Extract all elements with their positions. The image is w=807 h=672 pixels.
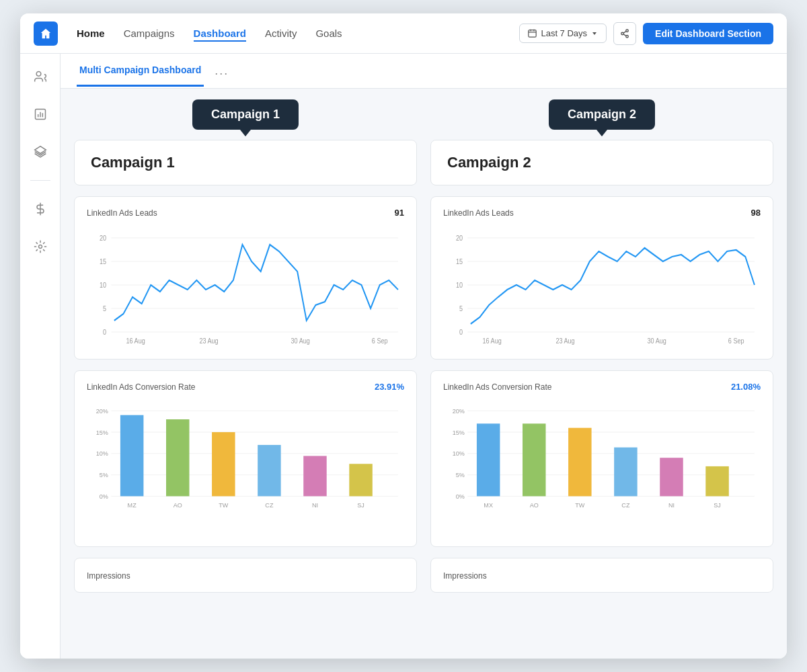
svg-text:5: 5 <box>103 305 106 313</box>
campaign-1-bar-chart-card: LinkedIn Ads Conversion Rate 23.91% <box>74 370 417 547</box>
svg-text:0: 0 <box>103 329 106 337</box>
campaign-1-bar-svg: 20% 15% 10% 5% 0% <box>87 398 404 533</box>
campaign-1-line-chart-card: LinkedIn Ads Leads 91 <box>74 196 417 360</box>
bar-mz <box>120 415 143 497</box>
svg-text:MX: MX <box>484 502 493 509</box>
campaign-2-line-svg: 20 15 10 5 0 16 Aug 23 Aug 30 Aug 6 Sep <box>443 224 761 345</box>
svg-text:16 Aug: 16 Aug <box>483 337 502 345</box>
svg-text:30 Aug: 30 Aug <box>291 337 310 345</box>
campaign-2-line-label: LinkedIn Ads Leads <box>443 208 514 218</box>
campaign-1-impressions-label: Impressions <box>87 571 130 581</box>
campaign-2-header-card: Campaign 2 <box>430 140 773 185</box>
campaign-2-column: Campaign 2 Campaign 2 LinkedIn Ads Leads… <box>430 102 773 593</box>
svg-text:TW: TW <box>219 502 229 509</box>
campaign-1-line-value: 91 <box>395 208 404 218</box>
nav-activity[interactable]: Activity <box>265 25 297 42</box>
campaign-2-bar-value: 21.08% <box>731 382 761 392</box>
svg-text:20: 20 <box>456 235 463 243</box>
campaign-1-column: Campaign 1 Campaign 1 LinkedIn Ads Leads… <box>74 102 417 593</box>
campaign-1-tooltip: Campaign 1 <box>192 99 299 130</box>
edit-dashboard-button[interactable]: Edit Dashboard Section <box>643 23 773 44</box>
svg-text:AO: AO <box>174 502 182 509</box>
sidebar-icon-reports[interactable] <box>28 102 52 126</box>
svg-text:15%: 15% <box>453 429 465 436</box>
campaign-2-bar-label: LinkedIn Ads Conversion Rate <box>443 382 551 392</box>
bar-tw <box>212 432 235 496</box>
campaign-1-line-chart-header: LinkedIn Ads Leads 91 <box>87 208 404 218</box>
nav-campaigns[interactable]: Campaigns <box>124 25 175 42</box>
svg-text:30 Aug: 30 Aug <box>648 337 666 345</box>
tab-multi-campaign[interactable]: Multi Campaign Dashboard <box>77 55 204 87</box>
campaign-1-impressions-card: Impressions <box>74 558 417 593</box>
bar2-sj <box>705 466 728 496</box>
svg-text:10%: 10% <box>96 450 108 457</box>
campaign-2-bar-chart-card: LinkedIn Ads Conversion Rate 21.08% 20% <box>430 370 773 547</box>
svg-text:5%: 5% <box>100 472 108 478</box>
bar2-cz <box>614 448 637 497</box>
svg-text:0: 0 <box>459 329 463 337</box>
nav-goals[interactable]: Goals <box>315 25 342 42</box>
campaign-1-line-svg: 20 15 10 5 0 16 Aug 23 Aug 30 Aug 6 Sep <box>87 224 404 345</box>
svg-text:15: 15 <box>456 258 463 266</box>
campaign-1-header-card: Campaign 1 <box>74 140 417 185</box>
campaign-2-impressions-card: Impressions <box>430 558 773 593</box>
svg-text:5%: 5% <box>456 472 465 478</box>
campaign-2-tooltip: Campaign 2 <box>549 99 655 130</box>
campaign-2-line-chart-card: LinkedIn Ads Leads 98 20 15 <box>430 196 773 360</box>
sidebar-icon-users[interactable] <box>28 65 52 89</box>
campaign-2-title: Campaign 2 <box>447 154 531 171</box>
campaign-2-impressions-label: Impressions <box>443 571 487 581</box>
svg-text:SJ: SJ <box>714 502 721 509</box>
svg-text:0%: 0% <box>456 493 465 500</box>
svg-point-1 <box>626 30 629 32</box>
date-filter-button[interactable]: Last 7 Days <box>519 24 607 43</box>
svg-text:15: 15 <box>100 258 106 266</box>
sidebar-icon-integrations[interactable] <box>28 235 52 259</box>
bar2-mx <box>477 423 500 496</box>
sidebar-icon-layers[interactable] <box>28 140 52 164</box>
svg-text:NI: NI <box>668 502 675 509</box>
tabs-bar: Multi Campaign Dashboard ... <box>61 54 787 89</box>
tab-more-button[interactable]: ... <box>209 61 234 81</box>
svg-text:6 Sep: 6 Sep <box>728 337 744 345</box>
bar-ao <box>166 419 189 496</box>
bar2-ni <box>660 458 683 496</box>
svg-line-4 <box>623 31 626 32</box>
svg-text:SJ: SJ <box>357 502 364 509</box>
svg-text:20%: 20% <box>453 408 465 415</box>
svg-point-6 <box>36 72 41 77</box>
campaign-2-line-chart-header: LinkedIn Ads Leads 98 <box>443 208 761 218</box>
share-button[interactable] <box>613 22 636 45</box>
svg-rect-0 <box>529 30 536 38</box>
sidebar-icon-dollar[interactable] <box>28 197 52 221</box>
svg-text:6 Sep: 6 Sep <box>372 337 388 345</box>
nav-dashboard[interactable]: Dashboard <box>194 25 246 42</box>
svg-text:NI: NI <box>312 502 318 509</box>
svg-text:0%: 0% <box>100 493 108 500</box>
campaign-1-header-wrapper: Campaign 1 Campaign 1 <box>74 140 417 185</box>
svg-text:23 Aug: 23 Aug <box>555 337 574 345</box>
svg-text:5: 5 <box>459 305 463 313</box>
body-area: Multi Campaign Dashboard ... Campaign 1 … <box>20 54 787 659</box>
campaign-2-bar-chart-header: LinkedIn Ads Conversion Rate 21.08% <box>443 382 761 392</box>
home-button[interactable] <box>34 22 58 46</box>
svg-point-13 <box>38 245 42 249</box>
campaign-1-bar-chart-header: LinkedIn Ads Conversion Rate 23.91% <box>87 382 404 392</box>
bar-ni <box>303 456 326 496</box>
svg-point-2 <box>626 35 629 38</box>
svg-text:AO: AO <box>530 502 539 509</box>
bar-sj <box>349 464 372 496</box>
campaign-2-bar-svg: 20% 15% 10% 5% 0% <box>443 398 761 533</box>
svg-point-3 <box>621 32 624 35</box>
bar2-ao <box>523 423 545 496</box>
left-sidebar <box>20 54 61 659</box>
campaign-1-bar-value: 23.91% <box>375 382 404 392</box>
main-content: Multi Campaign Dashboard ... Campaign 1 … <box>61 54 787 659</box>
nav-home[interactable]: Home <box>77 25 105 42</box>
bar2-tw <box>568 428 591 497</box>
svg-text:10: 10 <box>456 282 463 290</box>
dashboard-grid: Campaign 1 Campaign 1 LinkedIn Ads Leads… <box>61 89 787 606</box>
campaign-1-bar-label: LinkedIn Ads Conversion Rate <box>87 382 195 392</box>
svg-text:16 Aug: 16 Aug <box>126 337 145 345</box>
svg-text:20%: 20% <box>96 408 108 415</box>
